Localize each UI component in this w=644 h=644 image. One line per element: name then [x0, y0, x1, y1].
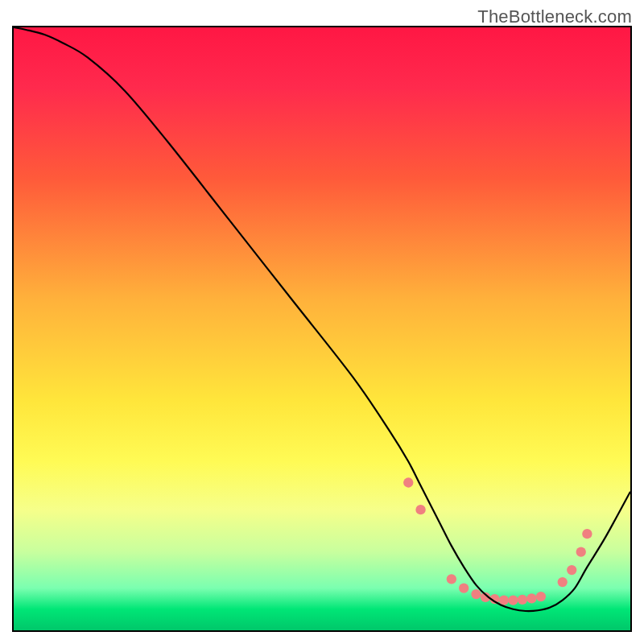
valley-marker-dot — [471, 589, 481, 599]
valley-markers — [403, 477, 592, 605]
valley-marker-dot — [508, 595, 518, 605]
valley-marker-dot — [576, 547, 586, 556]
valley-marker-dot — [558, 577, 568, 587]
bottleneck-curve — [14, 27, 630, 611]
valley-marker-dot — [403, 477, 413, 487]
valley-marker-dot — [536, 592, 546, 601]
valley-marker-dot — [415, 505, 425, 514]
valley-marker-dot — [459, 583, 469, 592]
plot-area — [12, 26, 632, 632]
valley-marker-dot — [526, 593, 536, 603]
valley-marker-dot — [518, 595, 527, 605]
curve-layer — [14, 27, 630, 630]
valley-marker-dot — [499, 595, 509, 605]
bottleneck-chart: TheBottleneck.com — [0, 0, 644, 644]
valley-marker-dot — [582, 529, 592, 539]
valley-marker-dot — [447, 574, 456, 584]
valley-marker-dot — [567, 565, 576, 575]
watermark-text: TheBottleneck.com — [477, 6, 632, 27]
